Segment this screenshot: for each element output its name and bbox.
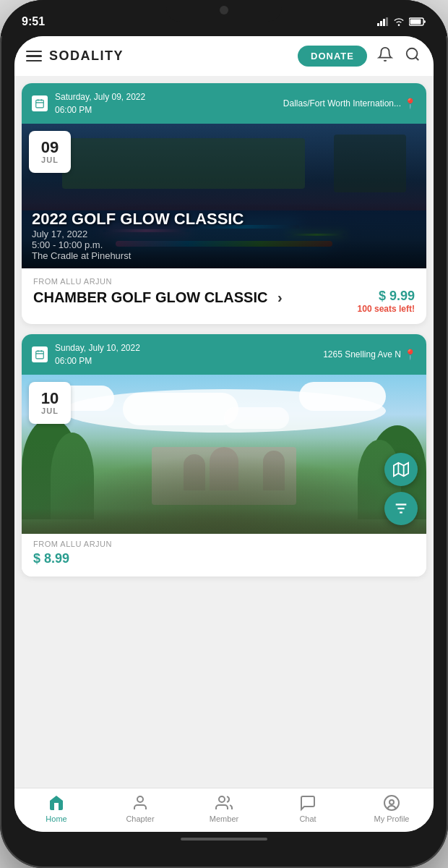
event-card-2[interactable]: Sunday, July 10, 2022 06:00 PM 1265 Snel… <box>22 334 426 576</box>
nav-member[interactable]: Member <box>182 794 266 823</box>
event-card-2-header: Sunday, July 10, 2022 06:00 PM 1265 Snel… <box>22 334 426 375</box>
home-icon <box>48 794 65 812</box>
location-pin-2: 📍 <box>404 349 416 360</box>
event-2-datetime: Sunday, July 10, 2022 06:00 PM <box>55 341 140 367</box>
crowd-overlay <box>22 454 426 534</box>
event-2-price: $ 8.99 <box>33 551 415 566</box>
map-fab-button[interactable] <box>384 453 418 486</box>
header-left: SODALITY <box>26 48 124 64</box>
svg-rect-5 <box>410 20 421 25</box>
event-1-location: Dallas/Fort Worth Internation... 📍 <box>283 98 416 109</box>
svg-point-24 <box>384 796 399 810</box>
svg-rect-1 <box>380 21 382 26</box>
nav-home[interactable]: Home <box>14 794 98 823</box>
event-1-bottom: $ 9.99 100 seats left! CHAMBER GOLF GLOW… <box>33 289 415 314</box>
svg-rect-0 <box>377 23 379 26</box>
svg-rect-8 <box>36 100 44 108</box>
event-2-from: FROM ALLU ARJUN <box>33 540 415 548</box>
nav-chat-label: Chat <box>299 814 316 823</box>
svg-rect-3 <box>386 17 388 26</box>
nav-chat[interactable]: Chat <box>266 794 350 823</box>
member-icon <box>215 794 233 812</box>
event-2-image: 10 JUL <box>22 375 426 534</box>
event-card-1[interactable]: Saturday, July 09, 2022 06:00 PM Dallas/… <box>22 83 426 324</box>
donate-button[interactable]: DONATE <box>298 46 367 67</box>
svg-point-23 <box>219 796 225 802</box>
svg-rect-2 <box>383 19 385 26</box>
filter-fab-button[interactable] <box>384 492 418 525</box>
status-bar: 9:51 <box>0 0 448 36</box>
notch <box>166 0 282 22</box>
event-2-location: 1265 Snelling Ave N 📍 <box>323 349 416 360</box>
svg-rect-12 <box>36 351 44 359</box>
svg-marker-16 <box>394 463 408 476</box>
event-1-overlay: 2022 GOLF GLOW CLASSIC July 17, 2022 5:0… <box>22 203 426 268</box>
home-indicator <box>181 838 267 841</box>
battery-icon <box>409 17 426 26</box>
date-badge-1: 09 JUL <box>29 131 71 173</box>
event-1-header-left: Saturday, July 09, 2022 06:00 PM <box>32 90 145 116</box>
event-2-header-left: Sunday, July 10, 2022 06:00 PM <box>32 341 140 367</box>
event-1-title-overlay: 2022 GOLF GLOW CLASSIC <box>32 210 416 229</box>
event-card-1-header: Saturday, July 09, 2022 06:00 PM Dallas/… <box>22 83 426 124</box>
nav-chapter-label: Chapter <box>126 814 154 823</box>
camera <box>220 6 228 14</box>
date-badge-2: 10 JUL <box>29 382 71 424</box>
signal-icon <box>377 17 389 26</box>
event-1-image: 09 JUL 2022 GOLF GLOW CLASSIC July 17, 2… <box>22 124 426 268</box>
app-header: SODALITY DONATE <box>14 36 434 76</box>
status-icons <box>377 17 426 26</box>
calendar-icon-2 <box>32 346 48 362</box>
nav-profile[interactable]: My Profile <box>350 794 434 823</box>
event-1-time: 5:00 - 10:00 p.m. <box>32 239 416 250</box>
chat-icon <box>299 794 316 812</box>
nav-member-label: Member <box>210 814 238 823</box>
event-1-subtitle: July 17, 2022 <box>32 229 416 239</box>
event-2-body: FROM ALLU ARJUN $ 8.99 <box>22 534 426 576</box>
app-title: SODALITY <box>49 48 124 64</box>
scroll-content: Saturday, July 09, 2022 06:00 PM Dallas/… <box>14 76 434 788</box>
wifi-icon <box>393 17 405 26</box>
chapter-icon <box>132 794 149 812</box>
calendar-icon-1 <box>32 95 48 111</box>
notification-button[interactable] <box>376 45 395 67</box>
event-1-arrow: › <box>277 289 283 305</box>
event-1-seats: 100 seats left! <box>358 304 415 314</box>
bell-icon <box>377 46 393 62</box>
svg-point-22 <box>137 796 143 802</box>
header-right: DONATE <box>298 45 422 67</box>
event-1-price: $ 9.99 <box>358 289 415 304</box>
phone-frame: 9:51 <box>0 0 448 868</box>
nav-home-label: Home <box>46 814 66 823</box>
screen: SODALITY DONATE <box>14 36 434 832</box>
event-1-body: FROM ALLU ARJUN $ 9.99 100 seats left! C… <box>22 268 426 324</box>
svg-point-6 <box>407 48 418 59</box>
status-time: 9:51 <box>22 15 45 28</box>
bottom-nav: Home Chapter Member <box>14 788 434 832</box>
nav-chapter[interactable]: Chapter <box>98 794 182 823</box>
event-1-datetime: Saturday, July 09, 2022 06:00 PM <box>55 90 145 116</box>
fab-buttons <box>384 453 418 525</box>
festival-background <box>22 375 426 534</box>
svg-line-7 <box>415 57 418 60</box>
search-button[interactable] <box>403 45 422 67</box>
location-pin-1: 📍 <box>404 98 416 109</box>
event-1-venue: The Cradle at Pinehurst <box>32 250 416 261</box>
profile-icon <box>383 794 400 812</box>
search-icon <box>405 46 421 62</box>
nav-profile-label: My Profile <box>374 814 410 823</box>
event-1-from: FROM ALLU ARJUN <box>33 277 415 286</box>
hamburger-button[interactable] <box>26 51 42 62</box>
